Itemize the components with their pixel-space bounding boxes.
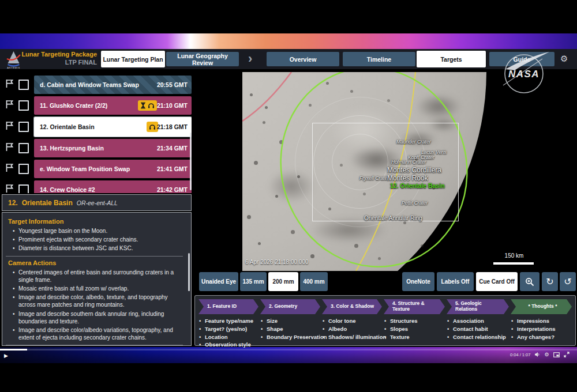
lens-unaided-eye-button[interactable]: Unaided Eye <box>199 272 238 291</box>
volume-button[interactable] <box>534 352 540 357</box>
timeline-row: 13. Hertzsprung Basin 21:34 GMT <box>5 139 192 157</box>
divider <box>6 256 183 257</box>
camera-action-bullet: Image and describe southern dark annular… <box>13 310 183 325</box>
timeline-item[interactable]: 14. Crew Choice #2 21:42 GMT <box>34 180 192 193</box>
cue-column-color-shadow: 3. Color & Shadow Color tone Albedo Shad… <box>322 299 382 341</box>
cue-ribbon: * Thoughts * <box>511 299 572 314</box>
labels-toggle-button[interactable]: Labels Off <box>437 272 474 291</box>
timeline-item-label: d. Cabin and Window Teams Swap <box>40 81 139 88</box>
map-label-pettit: Pettit Crater <box>402 200 428 206</box>
cue-item: Any changes? <box>511 333 572 341</box>
sidebar-scrollbar[interactable] <box>190 133 192 190</box>
timeline-item[interactable]: d. Cabin and Window Teams Swap 20:55 GMT <box>34 76 192 94</box>
cue-item: Contact relationship <box>447 333 509 341</box>
headphones-icon <box>148 102 155 109</box>
artemis-logo-icon: ARTEMIS <box>6 50 21 69</box>
video-progress-track[interactable] <box>0 349 577 350</box>
flag-icon[interactable] <box>5 163 18 175</box>
map-scale-label: 150 km <box>496 252 532 259</box>
cue-item: Color tone <box>322 317 382 325</box>
timeline-item[interactable]: 11. Glushko Crater (2/2) 21:10 GMT <box>34 96 192 115</box>
cue-column-geologic-relations: 5. Geologic Relations Association Contac… <box>447 299 509 341</box>
checkbox[interactable] <box>18 143 29 153</box>
target-info-heading: Target Information <box>8 218 183 225</box>
cue-ribbon: 1. Feature ID <box>198 299 258 314</box>
timeline-item[interactable]: e. Window Team Position Swap 21:41 GMT <box>34 160 192 178</box>
camera-action-bullet: Image and describe color/albedo variatio… <box>13 326 183 341</box>
timeline-item-label: 12. Orientale Basin <box>40 123 95 130</box>
flag-icon[interactable] <box>5 120 18 133</box>
cue-ribbon: 4. Structure & Texture <box>384 299 445 314</box>
cue-item: Slopes <box>384 325 445 333</box>
tab-targets[interactable]: Targets <box>417 51 486 67</box>
divider <box>6 345 183 345</box>
cue-column-thoughts: * Thoughts * Impressions Interpretations… <box>511 299 572 341</box>
cue-column-geometry: 2. Geometry Size Shape Boundary Preserva… <box>260 299 320 341</box>
timeline-row: 11. Glushko Crater (2/2) 21:10 GMT <box>5 96 192 115</box>
nasa-logo-watermark: NASA <box>495 50 553 99</box>
map-label-target-orientale: 12. Orientale Basin <box>390 182 445 189</box>
zoom-in-button[interactable] <box>520 272 539 291</box>
tab-lunar-targeting-plan[interactable]: Lunar Targeting Plan <box>101 51 165 67</box>
onenote-button[interactable]: OneNote <box>402 272 434 291</box>
target-detail-body: Target Information Youngest large basin … <box>2 212 192 346</box>
rotate-ccw-button[interactable]: ↺ <box>560 272 576 291</box>
target-info-bullet: Prominent ejecta with secondary crater c… <box>13 236 183 243</box>
timeline-row: 12. Orientale Basin 21:18 GMT <box>5 117 192 137</box>
miniplayer-button[interactable] <box>553 352 560 357</box>
cue-item: Contact habit <box>447 325 509 333</box>
timeline-item-selected[interactable]: 12. Orientale Basin 21:18 GMT <box>34 117 192 137</box>
checkbox[interactable] <box>18 184 29 193</box>
map-label-annular-ring: Orientale Annular Ring <box>364 215 422 221</box>
moon-map-viewport[interactable]: Maunder Crater Lacus Veris Kopff Crater … <box>242 72 577 271</box>
timeline-item-time: 21:10 GMT <box>157 102 188 109</box>
tab-overview[interactable]: Overview <box>267 52 339 66</box>
timeline-row: 14. Crew Choice #2 21:42 GMT <box>5 180 192 193</box>
flag-icon[interactable] <box>5 78 18 91</box>
player-settings-button[interactable]: ⚙ <box>544 352 549 357</box>
tab-lunar-geography-review[interactable]: Lunar Geography Review <box>166 52 239 66</box>
timeline-item[interactable]: 13. Hertzsprung Basin 21:34 GMT <box>34 139 192 157</box>
cue-card-panel: 1. Feature ID Feature type/name Target? … <box>194 295 576 346</box>
flag-icon[interactable] <box>5 183 18 193</box>
cue-item: Structures <box>384 317 445 325</box>
app-title: Lunar Targeting Package <box>21 51 97 59</box>
video-frame: ARTEMIS Lunar Targeting Package LTP FINA… <box>0 0 577 392</box>
speaker-icon <box>534 352 540 357</box>
cue-item: Association <box>447 317 509 325</box>
camera-action-bullet: Centered images of entire basin and surr… <box>13 269 183 284</box>
camera-action-bullet: Image and describe color, albedo, textur… <box>13 293 183 308</box>
orbit-track-red <box>242 72 291 121</box>
cue-column-feature-id: 1. Feature ID Feature type/name Target? … <box>198 299 258 349</box>
checkbox[interactable] <box>18 80 29 90</box>
timeline-item-label: 11. Glushko Crater (2/2) <box>40 102 107 109</box>
cue-column-structure-texture: 4. Structure & Texture Structures Slopes… <box>384 299 445 341</box>
cue-item: Target? (yes/no) <box>198 325 258 333</box>
settings-gear-icon[interactable]: ⚙ <box>560 54 568 64</box>
rotate-cw-button[interactable]: ↻ <box>542 272 558 291</box>
detail-scrollbar[interactable] <box>188 253 190 291</box>
camera-actions-heading: Camera Actions <box>8 259 183 266</box>
checkbox[interactable] <box>18 100 29 111</box>
timeline-item-label: 14. Crew Choice #2 <box>40 186 95 193</box>
map-label-fryxell: Fryxell Crater <box>359 175 389 181</box>
play-button[interactable]: ▶ <box>4 353 8 359</box>
fullscreen-button[interactable] <box>564 352 569 357</box>
artemis-brand-label: ARTEMIS <box>7 66 20 69</box>
target-info-list: Youngest large basin on the Moon. Promin… <box>8 227 183 252</box>
lens-400mm-button[interactable]: 400 mm <box>300 272 328 291</box>
cue-item: Impressions <box>511 317 572 325</box>
timeline-item-time: 21:42 GMT <box>157 186 188 193</box>
checkbox[interactable] <box>18 122 29 132</box>
cue-card-toggle-button[interactable]: Cue Card Off <box>476 272 518 291</box>
camera-action-bullet: Mosaic entire basin at full zoom w/ over… <box>13 285 183 292</box>
flag-icon[interactable] <box>5 142 18 154</box>
chevron-right-icon[interactable]: › <box>248 52 252 65</box>
timeline-item-label: e. Window Team Position Swap <box>40 165 130 172</box>
checkbox[interactable] <box>18 164 29 174</box>
lens-200mm-button[interactable]: 200 mm <box>268 272 298 291</box>
cue-item: Shape <box>260 325 320 333</box>
flag-icon[interactable] <box>5 99 18 112</box>
tab-timeline[interactable]: Timeline <box>343 52 415 66</box>
lens-135mm-button[interactable]: 135 mm <box>240 272 267 291</box>
